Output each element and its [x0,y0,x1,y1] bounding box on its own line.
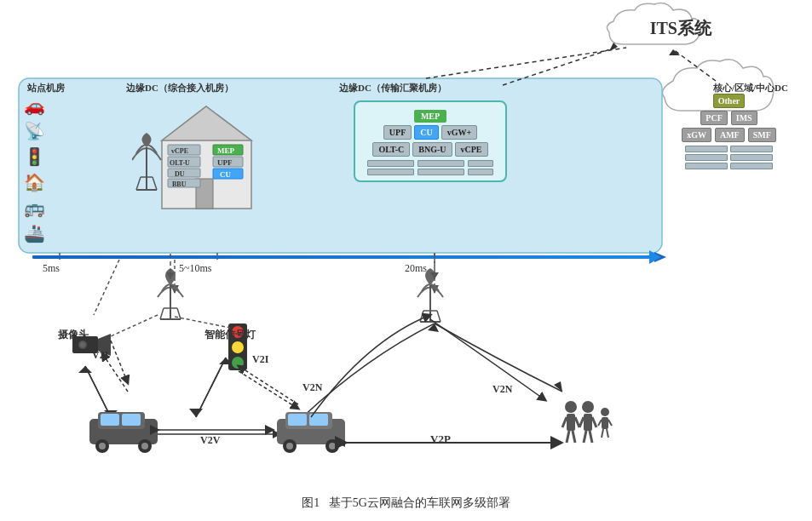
svg-marker-17 [104,410,118,417]
svg-text:vCPE: vCPE [171,147,188,155]
svg-point-74 [95,439,109,453]
olt-c-dc2: OLT-C [372,142,410,157]
svg-rect-81 [285,412,332,429]
svg-point-84 [325,439,339,453]
svg-point-67 [80,342,85,347]
cu-dc2: CU [414,125,438,140]
svg-rect-89 [567,414,575,431]
bng-u-dc2: BNG-U [412,142,452,157]
svg-point-85 [329,443,336,449]
svg-marker-23 [219,358,233,364]
svg-rect-87 [309,414,328,426]
core-dc-label: 核心/区域/中心DC [713,82,788,94]
svg-marker-113 [166,272,175,279]
people-icon [562,401,612,443]
main-container: ITS系统 核心/区域/中心DC Other PCF IMS xGW AMF S… [0,0,812,521]
timeline-bar [32,255,653,259]
amf-box: AMF [715,128,745,142]
svg-line-103 [608,420,612,426]
svg-point-94 [582,401,594,413]
svg-line-3 [503,47,618,85]
v2i-camera-label: V2I [92,349,108,362]
v2v-label: V2V [200,434,220,447]
vgw-dc2: vGW+ [441,125,477,140]
svg-marker-33 [162,106,251,140]
svg-marker-7 [669,49,680,55]
house-building: vCPE OLT-U DU BBU MEP UPF CU [158,102,256,216]
svg-text:CU: CU [220,170,231,179]
svg-text:OLT-U: OLT-U [170,159,190,167]
its-system-label: ITS系统 [650,17,711,40]
svg-line-117 [175,317,230,328]
xgw-box: xGW [682,128,711,142]
svg-line-16 [85,366,111,417]
svg-line-102 [598,420,602,426]
svg-marker-15 [430,285,439,294]
svg-line-52 [136,177,141,190]
car-left [89,412,158,453]
edge-dc2-box: MEP UPF CU vGW+ OLT-C BNG-U vCPE [354,100,507,182]
svg-point-75 [99,443,106,449]
diagram-overlay [0,0,812,521]
svg-line-62 [420,311,423,322]
svg-line-106 [111,341,128,383]
svg-rect-86 [288,414,307,426]
left-signal-tower [158,268,183,319]
svg-text:MEP: MEP [217,146,234,155]
svg-line-93 [573,431,575,443]
svg-line-92 [567,431,569,443]
svg-marker-4 [609,43,618,51]
v2p-label: V2P [430,432,451,446]
camera-label: 摄像头 [58,328,89,342]
svg-line-99 [590,431,592,443]
svg-line-58 [177,308,181,319]
svg-rect-101 [602,417,608,429]
time-label-10ms: 5~10ms [179,262,212,275]
device-icons-left: 🚗 📡 🚦 🏠 🚌 🚢 [24,95,45,243]
time-label-5ms: 5ms [43,262,60,275]
svg-line-57 [160,308,164,319]
svg-line-6 [673,49,716,81]
right-signal-tower [418,268,443,322]
svg-line-91 [575,417,579,427]
svg-line-109 [239,366,298,404]
svg-line-97 [592,417,596,427]
svg-marker-26 [273,430,281,438]
svg-point-100 [601,408,609,416]
svg-rect-78 [101,414,119,426]
svg-point-83 [286,443,293,449]
svg-marker-115 [430,272,439,279]
svg-line-20 [196,358,226,417]
svg-text:BBU: BBU [172,180,187,188]
footer-caption: 图1 基于5G云网融合的车联网多级部署 [302,495,510,511]
wireless-tower-dc1 [132,126,162,198]
bottom-svg [0,0,812,521]
figure-title: 基于5G云网融合的车联网多级部署 [329,496,510,509]
v2n-left-label: V2N [302,381,322,394]
v2i-light-label: V2I [252,353,268,366]
svg-line-5 [426,48,626,78]
svg-line-18 [85,366,111,417]
core-dc-components: Other PCF IMS xGW AMF SMF [667,94,791,169]
svg-point-77 [141,443,148,449]
svg-rect-79 [122,414,141,426]
traffic-light-label: 智能信号灯 [204,328,256,342]
svg-line-90 [562,417,567,427]
svg-line-108 [239,371,298,409]
ims-box: IMS [731,111,757,125]
svg-point-82 [283,439,297,453]
upf-dc2: UPF [383,125,412,140]
svg-line-105 [607,429,608,438]
svg-text:UPF: UPF [217,158,233,167]
svg-line-53 [153,177,157,190]
svg-line-116 [111,315,158,336]
pcf-box: PCF [700,111,727,125]
svg-rect-80 [277,419,345,444]
svg-marker-31 [554,438,562,447]
svg-rect-0 [19,78,662,253]
svg-point-70 [232,341,244,353]
svg-point-71 [232,357,244,369]
svg-line-13 [94,260,119,315]
svg-marker-28 [554,381,562,392]
svg-line-22 [196,358,226,417]
